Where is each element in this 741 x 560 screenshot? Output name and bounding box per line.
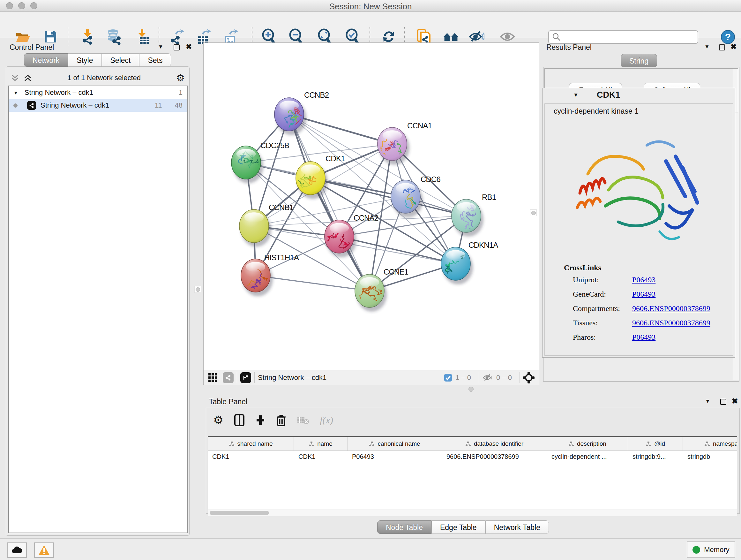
bottom-splitter-handle[interactable] [468,387,474,392]
table-cell[interactable]: CDK1 [208,451,294,462]
result-description: cyclin-dependent kinase 1 [554,107,638,116]
table-cell[interactable]: cyclin-dependent ... [547,451,628,462]
close-panel-icon[interactable]: ✖ [186,43,192,51]
hidden-eye-icon[interactable] [482,373,493,382]
node-label-RB1: RB1 [482,193,496,201]
node-label-CCNB1: CCNB1 [269,203,293,212]
node-gloss [383,130,402,140]
column-header-5[interactable]: @id [628,437,683,450]
grid-view-icon[interactable] [208,373,218,382]
network-view-toolbar: String Network – cdk1 1 – 0 0 – 0 [204,370,539,385]
selected-checkbox-icon[interactable] [444,374,452,382]
search-icon [552,33,561,42]
network-canvas[interactable]: CCNB2CCNA1CDC25BCDK1CDC6RB1CCNB1CCNA2CDK… [204,43,539,370]
table-cell[interactable]: P06493 [347,451,442,462]
eye-slash-blue-icon [468,30,484,44]
show-columns-icon[interactable] [234,414,245,426]
memory-button[interactable]: Memory [687,542,735,558]
string-view-icon[interactable] [223,372,233,383]
hscrollbar-thumb[interactable] [210,511,269,515]
node-label-CCNE1: CCNE1 [384,267,408,276]
table-cell[interactable]: CDK1 [294,451,347,462]
expand-all-chevrons-icon[interactable] [23,74,32,82]
search-input[interactable] [561,33,690,42]
float-panel-caret-icon[interactable]: ▼ [158,44,163,50]
navigator-crosshair-icon[interactable] [523,372,535,383]
float-panel-caret-icon[interactable]: ▼ [705,398,711,405]
tab-sets[interactable]: Sets [139,53,171,67]
table-hscrollbar[interactable] [208,509,737,516]
network-options-gear-icon[interactable]: ⚙ [176,73,185,83]
protein-structure-image [570,126,708,254]
result-gene-name: CDK1 [597,90,620,100]
tab-style[interactable]: Style [68,53,102,67]
table-header-row: shared namenamecanonical namedatabase id… [208,437,737,451]
result-collapse-caret-icon[interactable]: ▼ [573,92,579,98]
crosslink-value: 9606.ENSP00000378699 [632,304,711,313]
birdseye-view-button[interactable] [240,372,251,383]
network-edge-CDK1-RB1[interactable] [311,178,466,216]
node-label-CCNA2: CCNA2 [354,213,379,222]
warning-status-button[interactable] [34,543,54,558]
float-panel-caret-icon[interactable]: ▼ [704,44,710,50]
node-count: 11 [155,101,162,110]
node-gloss [301,165,320,174]
selected-counts: 1 – 0 [455,374,471,382]
column-header-2[interactable]: canonical name [347,437,442,450]
network-view-title: String Network – cdk1 [258,374,327,382]
column-header-1[interactable]: name [294,437,347,450]
tab-network[interactable]: Network [24,53,68,67]
table-cell[interactable]: stringdb:9... [628,451,683,462]
memory-status-dot [692,546,700,554]
tab-select[interactable]: Select [102,53,139,67]
crosslink-value: P06493 [632,275,656,284]
delete-table-icon-disabled [297,415,309,425]
cloud-status-button[interactable] [7,543,27,558]
crosslink-label: Pharos: [573,333,596,341]
crosslinks-title: CrossLinks [564,263,601,272]
add-column-plus-icon[interactable] [255,415,266,426]
string-app-icon [27,101,36,110]
column-header-4[interactable]: description [547,437,628,450]
node-label-CCNA1: CCNA1 [407,121,432,130]
delete-column-trash-icon[interactable] [276,414,286,426]
node-label-CDKN1A: CDKN1A [468,241,498,249]
network-view-panel: CCNB2CCNA1CDC25BCDK1CDC6RB1CCNB1CCNA2CDK… [203,43,539,385]
left-splitter-handle[interactable] [194,286,201,293]
network-list: ▼ String Network – cdk1 1 String Network… [8,85,188,533]
cloud-icon [11,546,22,554]
tab-edge-table[interactable]: Edge Table [431,520,485,534]
netbar-separator [479,372,479,383]
window-title: Session: New Session [0,2,741,11]
right-splitter-handle[interactable] [530,209,537,216]
close-panel-icon[interactable]: ✖ [731,43,737,51]
crosslink-label: Tissues: [573,319,598,327]
table-options-gear-icon[interactable]: ⚙ [213,415,223,426]
table-row[interactable]: CDK1CDK1P064939606.ENSP00000378699cyclin… [208,451,737,462]
tab-network-table[interactable]: Network Table [485,520,549,534]
table-panel: Table Panel ▼ ✖ ⚙ f(x) [203,394,741,537]
collection-expand-caret-icon[interactable]: ▼ [13,90,18,96]
node-gloss [280,101,299,111]
column-header-0[interactable]: shared name [208,437,294,450]
node-label-HIST1H1A: HIST1H1A [264,253,299,262]
tab-node-table[interactable]: Node Table [377,520,431,534]
collapse-all-chevrons-icon[interactable] [11,74,19,82]
maximize-panel-icon[interactable] [720,399,726,405]
network-edge-CCNB2-CCNE1[interactable] [289,114,369,291]
table-cell[interactable]: 9606.ENSP00000378699 [442,451,547,462]
network-collection-row[interactable]: ▼ String Network – cdk1 1 [9,86,187,99]
node-gloss [330,223,349,233]
result-card-body: cyclin-dependent kinase 1 CrossLinks Uni… [544,104,733,356]
tree-column-icon [465,441,471,447]
tab-string[interactable]: String [621,54,657,67]
node-label-CDK1: CDK1 [326,154,345,163]
maximize-panel-icon[interactable] [174,44,180,51]
maximize-panel-icon[interactable] [719,44,725,51]
column-header-6[interactable]: namespace [683,437,737,450]
close-panel-icon[interactable]: ✖ [732,397,738,406]
table-cell[interactable]: stringdb [683,451,737,462]
network-row-selected[interactable]: String Network – cdk1 11 48 [9,99,187,112]
netbar-separator [520,372,520,383]
column-header-3[interactable]: database identifier [442,437,547,450]
